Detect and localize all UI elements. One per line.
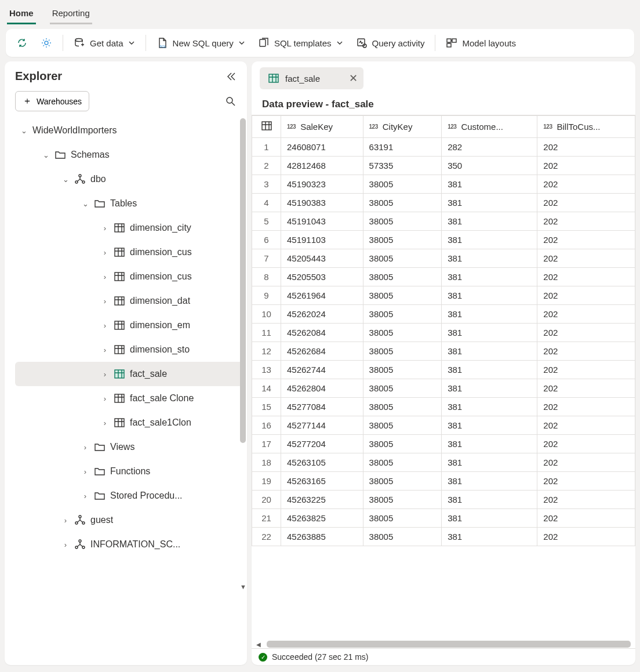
table-row[interactable]: 164527714438005381202: [252, 416, 635, 435]
search-icon[interactable]: [225, 96, 237, 107]
tree-table-1[interactable]: ›dimension_cus: [15, 240, 245, 264]
tab-home[interactable]: Home: [7, 5, 36, 24]
cell[interactable]: 45261964: [281, 286, 363, 305]
cell[interactable]: 45277084: [281, 398, 363, 416]
table-row[interactable]: 184526310538005381202: [252, 453, 635, 472]
cell[interactable]: 381: [442, 509, 537, 528]
cell[interactable]: 202: [537, 472, 635, 491]
cell[interactable]: 202: [537, 491, 635, 509]
cell[interactable]: 38005: [363, 379, 442, 398]
table-row[interactable]: 114526208438005381202: [252, 324, 635, 342]
cell[interactable]: 381: [442, 324, 537, 342]
file-tab[interactable]: fact_sale ✕: [260, 67, 363, 89]
cell[interactable]: 63191: [363, 138, 442, 157]
tree-views[interactable]: ›Views: [15, 435, 245, 459]
cell[interactable]: 381: [442, 435, 537, 453]
cell[interactable]: 45205443: [281, 249, 363, 268]
cell[interactable]: 202: [537, 157, 635, 175]
tree-table-0[interactable]: ›dimension_city: [15, 216, 245, 240]
cell[interactable]: 381: [442, 361, 537, 379]
cell[interactable]: 202: [537, 379, 635, 398]
tree-schemas[interactable]: ⌄Schemas: [15, 143, 245, 167]
tree-table-5[interactable]: ›dimension_sto: [15, 337, 245, 362]
cell[interactable]: 202: [537, 416, 635, 435]
cell[interactable]: 381: [442, 379, 537, 398]
table-row[interactable]: 174527720438005381202: [252, 435, 635, 453]
cell[interactable]: 202: [537, 175, 635, 194]
tree-storedproc[interactable]: ›Stored Procedu...: [15, 484, 245, 508]
cell[interactable]: 45262804: [281, 379, 363, 398]
cell[interactable]: 202: [537, 453, 635, 472]
cell[interactable]: 24608071: [281, 138, 363, 157]
cell[interactable]: 38005: [363, 305, 442, 324]
column-header[interactable]: 123BillToCus...: [537, 116, 635, 138]
tree-schema-guest[interactable]: ›guest: [15, 508, 245, 532]
cell[interactable]: 381: [442, 453, 537, 472]
cell[interactable]: 45190383: [281, 194, 363, 212]
cell[interactable]: 202: [537, 231, 635, 249]
cell[interactable]: 381: [442, 416, 537, 435]
cell[interactable]: 45191043: [281, 212, 363, 231]
cell[interactable]: 38005: [363, 286, 442, 305]
cell[interactable]: 45263105: [281, 453, 363, 472]
column-header[interactable]: 123SaleKey: [281, 116, 363, 138]
cell[interactable]: 38005: [363, 324, 442, 342]
table-row[interactable]: 124526268438005381202: [252, 342, 635, 361]
table-row[interactable]: 204526322538005381202: [252, 491, 635, 509]
horizontal-scrollbar[interactable]: ◀: [252, 640, 635, 648]
close-icon[interactable]: ✕: [349, 72, 358, 85]
cell[interactable]: 202: [537, 361, 635, 379]
query-activity-button[interactable]: Query activity: [351, 34, 430, 52]
scroll-down-icon[interactable]: ▼: [240, 583, 246, 590]
tree-table-8[interactable]: ›fact_sale1Clon: [15, 411, 245, 435]
cell[interactable]: 38005: [363, 361, 442, 379]
tree-table-3[interactable]: ›dimension_dat: [15, 289, 245, 313]
cell[interactable]: 45205503: [281, 268, 363, 286]
model-layouts-button[interactable]: Model layouts: [441, 34, 521, 52]
tree-table-4[interactable]: ›dimension_em: [15, 313, 245, 337]
cell[interactable]: 45262684: [281, 342, 363, 361]
table-row[interactable]: 84520550338005381202: [252, 268, 635, 286]
table-row[interactable]: 104526202438005381202: [252, 305, 635, 324]
tree-tables[interactable]: ⌄Tables: [15, 191, 245, 216]
column-header[interactable]: 123CityKey: [363, 116, 442, 138]
table-row[interactable]: 12460807163191282202: [252, 138, 635, 157]
cell[interactable]: 38005: [363, 491, 442, 509]
cell[interactable]: 381: [442, 268, 537, 286]
table-row[interactable]: 94526196438005381202: [252, 286, 635, 305]
scrollbar-thumb[interactable]: [267, 641, 631, 648]
cell[interactable]: 38005: [363, 453, 442, 472]
settings-button[interactable]: [36, 34, 57, 52]
table-row[interactable]: 44519038338005381202: [252, 194, 635, 212]
warehouses-button[interactable]: ＋ Warehouses: [15, 91, 89, 111]
table-row[interactable]: 144526280438005381202: [252, 379, 635, 398]
cell[interactable]: 38005: [363, 435, 442, 453]
cell[interactable]: 42812468: [281, 157, 363, 175]
scrollbar-thumb[interactable]: [240, 118, 246, 443]
table-row[interactable]: 154527708438005381202: [252, 398, 635, 416]
cell[interactable]: 381: [442, 286, 537, 305]
cell[interactable]: 381: [442, 194, 537, 212]
cell[interactable]: 381: [442, 472, 537, 491]
table-row[interactable]: 24281246857335350202: [252, 157, 635, 175]
cell[interactable]: 38005: [363, 416, 442, 435]
get-data-button[interactable]: Get data: [69, 34, 140, 52]
cell[interactable]: 202: [537, 212, 635, 231]
data-grid[interactable]: 123SaleKey123CityKey123Custome...123Bill…: [252, 115, 635, 640]
cell[interactable]: 45262024: [281, 305, 363, 324]
cell[interactable]: 350: [442, 157, 537, 175]
sql-templates-button[interactable]: SQL templates: [253, 34, 348, 52]
cell[interactable]: 38005: [363, 175, 442, 194]
cell[interactable]: 381: [442, 342, 537, 361]
tree-table-2[interactable]: ›dimension_cus: [15, 264, 245, 289]
cell[interactable]: 202: [537, 249, 635, 268]
cell[interactable]: 202: [537, 435, 635, 453]
tree-table-7[interactable]: ›fact_sale Clone: [15, 386, 245, 411]
cell[interactable]: 38005: [363, 212, 442, 231]
cell[interactable]: 381: [442, 305, 537, 324]
cell[interactable]: 381: [442, 212, 537, 231]
table-row[interactable]: 194526316538005381202: [252, 472, 635, 491]
cell[interactable]: 38005: [363, 342, 442, 361]
cell[interactable]: 381: [442, 175, 537, 194]
tree-schema-info[interactable]: ›INFORMATION_SC...: [15, 532, 245, 557]
